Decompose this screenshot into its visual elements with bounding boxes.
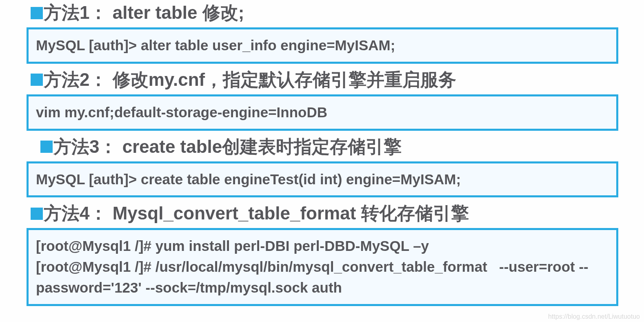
method2-heading: 方法2： 修改my.cnf，指定默认存储引擎并重启服务 (31, 68, 617, 92)
method2-code-box: vim my.cnf;default-storage-engine=InnoDB (27, 94, 618, 131)
method1-code: MySQL [auth]> alter table user_info engi… (36, 35, 609, 56)
method2-title: 方法2： 修改my.cnf，指定默认存储引擎并重启服务 (44, 68, 456, 92)
bullet-icon (31, 74, 43, 86)
bullet-icon (31, 208, 43, 220)
method2-code: vim my.cnf;default-storage-engine=InnoDB (36, 102, 609, 123)
method3-code-box: MySQL [auth]> create table engineTest(id… (27, 161, 618, 198)
watermark: https://blog.csdn.net/Liwutuotuo (548, 313, 640, 320)
method3-heading: 方法3： create table创建表时指定存储引擎 (40, 135, 617, 159)
method4-code: [root@Mysql1 /]# yum install perl-DBI pe… (36, 236, 609, 298)
method3-title: 方法3： create table创建表时指定存储引擎 (53, 135, 402, 159)
document-content: 方法1： alter table 修改; MySQL [auth]> alter… (0, 1, 644, 306)
method3-code: MySQL [auth]> create table engineTest(id… (36, 169, 609, 190)
method1-heading: 方法1： alter table 修改; (31, 1, 617, 25)
method1-title: 方法1： alter table 修改; (44, 1, 244, 25)
method4-code-box: [root@Mysql1 /]# yum install perl-DBI pe… (27, 228, 618, 306)
method1-code-box: MySQL [auth]> alter table user_info engi… (27, 27, 618, 64)
method4-heading: 方法4： Mysql_convert_table_format 转化存储引擎 (31, 201, 617, 226)
bullet-icon (40, 141, 53, 153)
method4-title: 方法4： Mysql_convert_table_format 转化存储引擎 (44, 201, 469, 226)
bullet-icon (31, 7, 43, 19)
